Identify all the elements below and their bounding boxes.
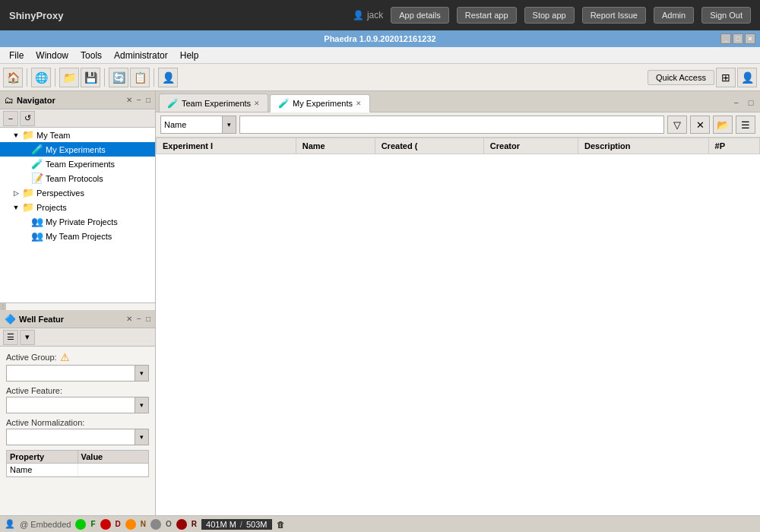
home-icon[interactable]: 🏠 — [3, 68, 23, 87]
status-circle-o — [150, 519, 161, 530]
navigator-title: Navigator — [17, 96, 123, 105]
experiment-team-icon: 🧪 — [31, 158, 43, 169]
navigator-maximize-icon[interactable]: □ — [146, 96, 150, 104]
filter-options-icon[interactable]: ☰ — [736, 116, 755, 134]
active-normalization-label: Active Normalization: — [6, 418, 149, 427]
well-config-button[interactable]: ☰ — [3, 330, 18, 345]
tab-my-experiments[interactable]: 🧪 My Experiments ✕ — [270, 94, 370, 112]
tree-item-team-experiments[interactable]: 🧪 Team Experiments — [0, 157, 155, 171]
close-button[interactable]: × — [745, 33, 755, 44]
navigator-header: 🗂 Navigator ✕ − □ — [0, 91, 155, 109]
col-num-plates[interactable]: #P — [708, 138, 759, 154]
left-panel: 🗂 Navigator ✕ − □ − ↺ ▼ 📁 My Team — [0, 91, 156, 515]
minimize-button[interactable]: _ — [720, 33, 731, 44]
menu-file[interactable]: File — [3, 49, 30, 62]
active-feature-control[interactable]: ▾ — [6, 397, 149, 413]
tab-minimize-btn[interactable]: − — [730, 97, 743, 109]
toolbar-separator-1 — [27, 68, 27, 87]
tab-my-experiments-icon: 🧪 — [278, 98, 290, 109]
menu-tools[interactable]: Tools — [74, 49, 108, 62]
navigator-minimize-icon[interactable]: − — [137, 96, 141, 104]
team-projects-icon: 👥 — [31, 230, 43, 242]
globe-icon[interactable]: 🌐 — [31, 68, 51, 87]
tab-team-experiments[interactable]: 🧪 Team Experiments ✕ — [159, 93, 268, 112]
tree-label-my-team-projects: My Team Projects — [46, 232, 112, 241]
tree-label-my-private-projects: My Private Projects — [46, 217, 118, 226]
active-feature-input[interactable] — [7, 401, 135, 410]
active-group-field: Active Group: ⚠ ▾ — [6, 351, 149, 382]
quick-access-button[interactable]: Quick Access — [648, 70, 714, 85]
well-dropdown-button[interactable]: ▾ — [20, 330, 35, 345]
tree-item-my-private-projects[interactable]: 👥 My Private Projects — [0, 214, 155, 229]
copy-icon[interactable]: 📋 — [130, 68, 150, 87]
tree-item-team-protocols[interactable]: 📝 Team Protocols — [0, 171, 155, 185]
filter-select[interactable]: Name ▾ — [160, 116, 236, 134]
tree-item-projects[interactable]: ▼ 📁 Projects — [0, 200, 155, 214]
active-normalization-control[interactable]: ▾ — [6, 429, 149, 445]
title-bar-controls: _ □ × — [720, 33, 755, 44]
navigator-close-icon[interactable]: ✕ — [126, 96, 132, 104]
col-experiment-id[interactable]: Experiment I — [157, 138, 296, 154]
col-creator[interactable]: Creator — [483, 138, 578, 154]
menu-help[interactable]: Help — [174, 49, 205, 62]
report-issue-button[interactable]: Report Issue — [582, 7, 646, 24]
col-description[interactable]: Description — [578, 138, 709, 154]
panel-resize-handle[interactable]: ⋮ — [0, 303, 6, 310]
menu-administrator[interactable]: Administrator — [108, 49, 174, 62]
filter-select-dropdown-btn[interactable]: ▾ — [222, 116, 236, 133]
well-icon: 🔷 — [5, 314, 16, 325]
well-minimize-icon[interactable]: − — [137, 315, 141, 323]
nav-collapse-button[interactable]: − — [3, 111, 18, 126]
status-user-icon: 👤 — [5, 519, 15, 529]
maximize-button[interactable]: □ — [733, 33, 743, 44]
tree-item-my-team-projects[interactable]: 👥 My Team Projects — [0, 229, 155, 243]
expander-my-team: ▼ — [12, 131, 20, 139]
stop-app-button[interactable]: Stop app — [524, 7, 575, 24]
window-title: Phaedra 1.0.9.202012161232 — [324, 34, 435, 43]
tab-team-experiments-close[interactable]: ✕ — [254, 100, 260, 107]
active-group-dropdown-btn[interactable]: ▾ — [135, 366, 148, 381]
well-title: Well Featur — [19, 315, 123, 324]
active-normalization-dropdown-btn[interactable]: ▾ — [135, 429, 148, 445]
active-feature-label: Active Feature: — [6, 386, 149, 395]
filter-clear-icon[interactable]: ✕ — [690, 116, 710, 134]
tab-maximize-btn[interactable]: □ — [745, 97, 757, 109]
active-group-control[interactable]: ▾ — [6, 365, 149, 382]
col-created[interactable]: Created ( — [375, 138, 483, 154]
property-col-header: Property — [7, 451, 78, 463]
filter-funnel-icon[interactable]: ▽ — [667, 116, 687, 134]
filter-folder-icon[interactable]: 📂 — [713, 116, 733, 134]
menu-window[interactable]: Window — [30, 49, 74, 62]
restart-app-button[interactable]: Restart app — [457, 7, 517, 24]
status-circle-r — [176, 519, 187, 530]
disk-icon[interactable]: 💾 — [81, 68, 100, 87]
tab-my-experiments-close[interactable]: ✕ — [356, 100, 362, 107]
property-row-name: Name — [7, 464, 148, 477]
refresh-icon[interactable]: 🔄 — [109, 68, 128, 87]
app-details-button[interactable]: App details — [391, 7, 448, 24]
value-cell-name — [78, 464, 149, 476]
active-normalization-input[interactable] — [7, 432, 135, 442]
admin-button[interactable]: Admin — [654, 7, 694, 24]
profile-icon[interactable]: 👤 — [737, 68, 757, 87]
navigator-panel: 🗂 Navigator ✕ − □ − ↺ ▼ 📁 My Team — [0, 91, 155, 303]
sign-out-button[interactable]: Sign Out — [701, 7, 751, 24]
filter-search-input[interactable] — [239, 116, 664, 134]
well-maximize-icon[interactable]: □ — [146, 315, 150, 323]
save-icon[interactable]: 📁 — [59, 68, 79, 87]
active-feature-dropdown-btn[interactable]: ▾ — [135, 397, 148, 413]
well-close-icon[interactable]: ✕ — [126, 315, 132, 323]
well-header: 🔷 Well Featur ✕ − □ — [0, 310, 155, 328]
tree-area: ▼ 📁 My Team 🧪 My Experiments 🧪 Team Expe… — [0, 128, 155, 302]
grid-icon[interactable]: ⊞ — [716, 68, 736, 87]
col-name[interactable]: Name — [296, 138, 375, 154]
tree-item-my-team[interactable]: ▼ 📁 My Team — [0, 128, 155, 142]
nav-refresh-button[interactable]: ↺ — [20, 111, 35, 126]
status-n-label: N — [141, 520, 146, 528]
active-group-input[interactable] — [7, 369, 135, 378]
status-f-label: F — [90, 520, 95, 528]
user-icon[interactable]: 👤 — [158, 68, 178, 87]
status-trash-icon[interactable]: 🗑 — [277, 520, 285, 529]
tree-item-perspectives[interactable]: ▷ 📁 Perspectives — [0, 185, 155, 200]
tree-item-my-experiments[interactable]: 🧪 My Experiments — [0, 142, 155, 157]
